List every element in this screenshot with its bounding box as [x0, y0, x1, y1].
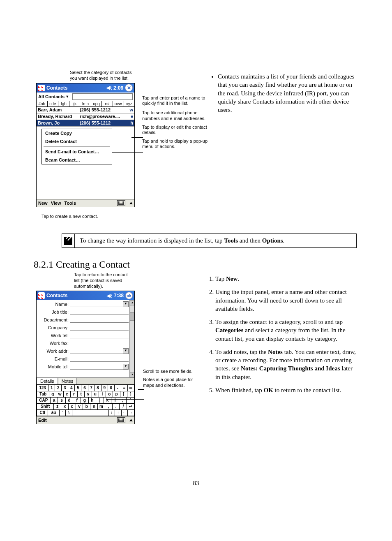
osk-key[interactable]: t — [77, 391, 84, 397]
osk-key[interactable]: q — [49, 391, 56, 397]
osk-key[interactable]: / — [119, 403, 127, 409]
osk-key[interactable]: ] — [127, 391, 134, 397]
chevron-down-icon[interactable]: ▼ — [65, 95, 69, 99]
osk-key[interactable]: a — [50, 397, 58, 403]
scroll-down-icon[interactable]: ▾ — [130, 372, 134, 377]
osk-key[interactable]: d — [65, 397, 73, 403]
tab-notes[interactable]: Notes — [58, 377, 77, 384]
contact-row[interactable]: Barr, Adam (206) 555-1212 w — [37, 107, 134, 113]
company-field[interactable] — [70, 324, 129, 331]
osk-key[interactable]: = — [121, 385, 127, 391]
contact-row-selected[interactable]: Brown, Jo (206) 555-1212 h — [37, 120, 134, 127]
menu-new[interactable]: New — [38, 201, 48, 206]
alpha-tab[interactable]: ijk — [69, 101, 81, 106]
osk-key[interactable] — [72, 409, 108, 416]
osk-key[interactable]: ↵ — [127, 403, 134, 409]
speaker-icon[interactable]: ◀ξ — [106, 85, 112, 90]
alpha-tab[interactable]: #ab — [37, 101, 48, 106]
osk-key[interactable]: , — [105, 403, 112, 409]
osk-key[interactable]: Tab — [37, 391, 49, 397]
osk-key[interactable]: x — [61, 403, 68, 409]
osk-key[interactable]: 2 — [55, 385, 61, 391]
ctx-delete[interactable]: Delete Contact — [42, 137, 112, 146]
osk-key[interactable]: ↓ — [108, 409, 115, 416]
alpha-tab[interactable]: xyz — [124, 101, 135, 106]
ctx-beam[interactable]: Beam Contact… — [42, 156, 112, 164]
ctx-create-copy[interactable]: Create Copy — [42, 129, 112, 137]
keyboard-icon[interactable] — [117, 200, 125, 206]
email-field[interactable] — [70, 356, 129, 362]
menu-edit[interactable]: Edit — [38, 418, 47, 423]
osk-key[interactable]: \ — [65, 409, 72, 416]
chevron-down-icon[interactable]: ▼ — [123, 364, 129, 370]
contact-tag[interactable]: h — [128, 120, 133, 125]
osk-key[interactable]: ; — [119, 397, 127, 403]
ctx-send-email[interactable]: Send E-mail to Contact… — [42, 148, 112, 156]
osk-key[interactable]: s — [58, 397, 65, 403]
filter-dropdown[interactable]: All Contacts — [38, 94, 65, 99]
osk-key[interactable]: f — [73, 397, 81, 403]
alpha-tab[interactable]: fgh — [58, 101, 69, 106]
osk-key[interactable]: Ctl — [37, 409, 48, 416]
name-field[interactable] — [70, 301, 123, 307]
windows-flag-icon[interactable] — [38, 292, 45, 299]
osk-key[interactable]: o — [106, 391, 113, 397]
scroll-up-icon[interactable]: ▴ — [130, 300, 134, 305]
osk-key[interactable]: m — [97, 403, 105, 409]
osk-key[interactable]: Shift — [37, 403, 53, 409]
alpha-tab[interactable]: rst — [102, 101, 113, 106]
osk-key[interactable]: ` — [59, 409, 66, 416]
osk-key[interactable]: g — [81, 397, 88, 403]
alpha-tab[interactable]: cde — [48, 101, 59, 106]
osk-key[interactable]: j — [96, 397, 104, 403]
contact-tag[interactable]: e — [128, 114, 133, 119]
worktel-field[interactable] — [70, 332, 129, 338]
osk-key[interactable]: ⬅ — [127, 385, 134, 391]
osk-key[interactable]: 9 — [101, 385, 108, 391]
windows-flag-icon[interactable] — [38, 85, 45, 91]
osk-key[interactable]: h — [88, 397, 96, 403]
up-arrow-icon[interactable] — [129, 419, 133, 421]
osk-key[interactable]: 4 — [68, 385, 74, 391]
osk-key[interactable]: 1 — [48, 385, 55, 391]
osk-key[interactable]: áü — [48, 409, 59, 416]
close-icon[interactable]: ✕ — [125, 84, 133, 92]
osk-key[interactable]: 5 — [74, 385, 81, 391]
alpha-tab[interactable]: opq — [91, 101, 102, 106]
scroll-thumb[interactable] — [130, 312, 134, 321]
tab-details[interactable]: Details — [37, 377, 58, 384]
osk-key[interactable]: 123 — [37, 385, 48, 391]
osk-key[interactable]: w — [56, 391, 63, 397]
alpha-tab[interactable]: lmn — [80, 101, 91, 106]
osk-key[interactable]: [ — [120, 391, 127, 397]
osk-key[interactable]: l — [111, 397, 119, 403]
menu-tools[interactable]: Tools — [65, 201, 76, 206]
ok-button[interactable]: ok — [125, 292, 133, 299]
scrollbar[interactable]: ▴ ▾ — [129, 300, 134, 377]
osk-key[interactable]: 8 — [95, 385, 101, 391]
mobiletel-field[interactable] — [70, 363, 123, 370]
osk-key[interactable]: v — [76, 403, 83, 409]
up-arrow-icon[interactable] — [129, 202, 133, 204]
osk-key[interactable]: z — [53, 403, 61, 409]
osk-key[interactable]: r — [70, 391, 77, 397]
contact-row[interactable]: Bready, Richard rich@proseware.... e — [37, 113, 134, 120]
osk-key[interactable]: - — [114, 385, 121, 391]
osk-key[interactable]: 0 — [108, 385, 114, 391]
keyboard-icon[interactable] — [117, 417, 125, 423]
osk-key[interactable]: 3 — [61, 385, 68, 391]
osk-key[interactable]: e — [63, 391, 70, 397]
chevron-down-icon[interactable]: ▼ — [123, 348, 129, 354]
osk-key[interactable]: 7 — [88, 385, 95, 391]
osk-key[interactable]: CAP — [37, 397, 50, 403]
speaker-icon[interactable]: ◀ξ — [107, 293, 112, 298]
chevron-down-icon[interactable]: ▼ — [123, 301, 129, 307]
osk-key[interactable]: ↑ — [115, 409, 121, 416]
osk-key[interactable]: ' — [126, 397, 134, 403]
osk-key[interactable]: → — [127, 409, 134, 416]
osk-key[interactable]: 6 — [81, 385, 88, 391]
osk-key[interactable]: u — [92, 391, 99, 397]
osk-key[interactable]: ← — [121, 409, 128, 416]
osk-key[interactable]: c — [68, 403, 76, 409]
workfax-field[interactable] — [70, 340, 129, 346]
